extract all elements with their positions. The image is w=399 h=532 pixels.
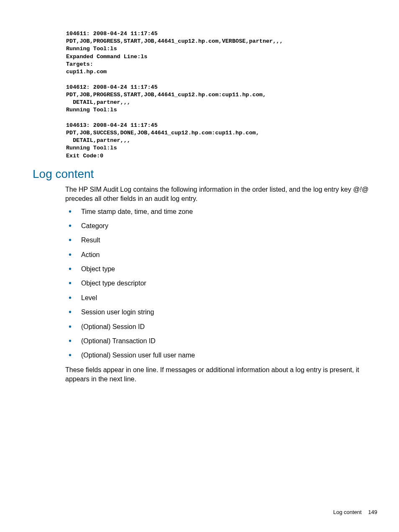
intro-paragraph: The HP SIM Audit Log contains the follow… bbox=[65, 185, 378, 204]
list-item: Session user login string bbox=[65, 308, 378, 317]
list-item: Category bbox=[65, 221, 378, 231]
intro-text-2: precedes all other fields in an audit lo… bbox=[65, 195, 197, 202]
page-footer: Log content 149 bbox=[333, 509, 377, 515]
closing-paragraph: These fields appear in one line. If mess… bbox=[65, 365, 378, 384]
list-item: Time stamp date, time, and time zone bbox=[65, 207, 378, 216]
code-block: 104611: 2008-04-24 11:17:45 PDT,JOB,PROG… bbox=[66, 30, 378, 160]
list-item: (Optional) Session user full user name bbox=[65, 351, 378, 360]
list-item: Object type descriptor bbox=[65, 279, 378, 288]
section-heading: Log content bbox=[33, 167, 378, 181]
intro-text-1: The HP SIM Audit Log contains the follow… bbox=[65, 186, 353, 193]
list-item: (Optional) Transaction ID bbox=[65, 337, 378, 346]
list-item: Level bbox=[65, 293, 378, 303]
list-item: (Optional) Session ID bbox=[65, 322, 378, 332]
list-item: Object type bbox=[65, 265, 378, 274]
list-item: Result bbox=[65, 236, 378, 245]
bullet-list: Time stamp date, time, and time zone Cat… bbox=[65, 207, 378, 360]
footer-label: Log content bbox=[333, 509, 362, 515]
list-item: Action bbox=[65, 250, 378, 260]
page-content: 104611: 2008-04-24 11:17:45 PDT,JOB,PROG… bbox=[0, 0, 399, 404]
footer-page-number: 149 bbox=[368, 509, 377, 515]
intro-key: @!@ bbox=[353, 186, 368, 193]
